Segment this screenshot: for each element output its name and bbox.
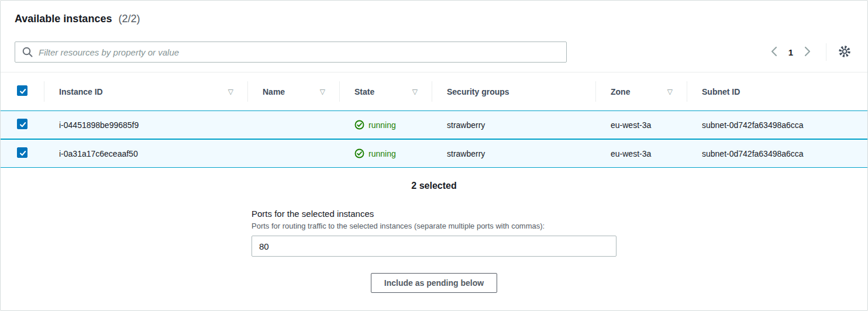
ports-form: Ports for the selected instances Ports f… — [252, 209, 616, 257]
table-row[interactable]: i-0a31a17c6eceaaf50 running strawberry — [1, 139, 867, 168]
cell-state: running — [339, 110, 432, 139]
sort-icon[interactable]: ▽ — [320, 88, 325, 96]
settings-gear-icon — [838, 44, 852, 60]
table-header-row: Instance ID ▽ Name ▽ State ▽ — [1, 72, 867, 110]
cell-security-groups: strawberry — [432, 139, 595, 168]
column-header-subnet-id: Subnet ID — [687, 72, 867, 110]
sort-icon[interactable]: ▽ — [412, 88, 418, 96]
cell-zone: eu-west-3a — [595, 139, 687, 168]
column-header-security-groups: Security groups — [432, 72, 595, 110]
title-line: Available instances (2/2) — [15, 11, 853, 26]
panel-header: Available instances (2/2) — [1, 1, 867, 26]
settings-button[interactable] — [836, 43, 853, 61]
next-page-button[interactable] — [799, 44, 815, 60]
instances-table: Instance ID ▽ Name ▽ State ▽ — [1, 72, 867, 168]
previous-page-button[interactable] — [766, 44, 783, 60]
column-label: Zone — [611, 87, 630, 96]
cell-subnet-id: subnet-0d742fa63498a6cca — [687, 110, 867, 139]
column-header-instance-id[interactable]: Instance ID ▽ — [44, 72, 247, 110]
selection-summary: 2 selected — [1, 181, 867, 191]
search-icon — [22, 46, 33, 58]
sort-icon[interactable]: ▽ — [667, 88, 673, 96]
ports-input[interactable] — [252, 236, 616, 257]
cell-subnet-id: subnet-0d742fa63498a6cca — [687, 139, 867, 168]
current-page-number: 1 — [783, 47, 799, 57]
filter-box — [15, 42, 567, 63]
available-instances-panel: Available instances (2/2) 1 — [0, 0, 868, 311]
select-all-checkbox[interactable] — [17, 85, 27, 96]
column-label: Security groups — [447, 87, 509, 96]
cell-state: running — [339, 139, 432, 168]
toolbar-right: 1 — [766, 43, 853, 61]
column-label: Name — [263, 87, 285, 96]
page-title: Available instances — [15, 13, 112, 25]
table-row[interactable]: i-04451898be99685f9 running strawberry — [1, 110, 867, 139]
column-header-zone[interactable]: Zone ▽ — [595, 72, 687, 110]
chevron-left-icon — [771, 46, 777, 58]
status-running-icon — [354, 148, 364, 158]
column-label: Subnet ID — [702, 87, 740, 96]
status-running-icon — [354, 120, 364, 130]
cell-security-groups: strawberry — [432, 110, 595, 139]
chevron-right-icon — [804, 46, 811, 58]
cell-instance-id: i-0a31a17c6eceaaf50 — [44, 139, 247, 168]
cell-name — [247, 139, 339, 168]
cell-instance-id: i-04451898be99685f9 — [44, 110, 247, 139]
cell-name — [247, 110, 339, 139]
ports-description: Ports for routing traffic to the selecte… — [252, 222, 616, 230]
filter-input[interactable] — [15, 42, 567, 63]
column-header-state[interactable]: State ▽ — [339, 72, 432, 110]
row-checkbox[interactable] — [17, 119, 27, 129]
toolbar: 1 — [15, 42, 853, 63]
status-badge: running — [368, 120, 396, 130]
column-label: State — [354, 87, 374, 96]
cell-zone: eu-west-3a — [595, 110, 687, 139]
toolbar-divider — [826, 43, 826, 61]
status-badge: running — [368, 149, 396, 158]
row-checkbox[interactable] — [17, 147, 27, 158]
include-as-pending-button[interactable]: Include as pending below — [371, 273, 497, 293]
button-row: Include as pending below — [1, 273, 867, 293]
instance-count: (2/2) — [118, 13, 140, 25]
sort-icon[interactable]: ▽ — [228, 88, 233, 96]
ports-label: Ports for the selected instances — [252, 209, 616, 219]
column-header-name[interactable]: Name ▽ — [247, 72, 339, 110]
column-label: Instance ID — [59, 87, 103, 96]
